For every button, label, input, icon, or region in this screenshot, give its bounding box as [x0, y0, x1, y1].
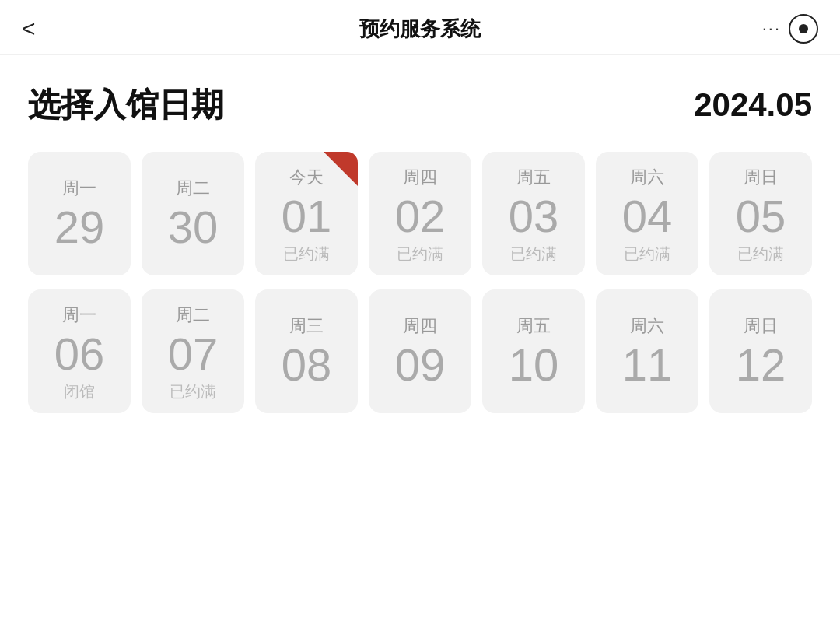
day-number: 07 — [168, 332, 219, 377]
record-button[interactable] — [789, 14, 818, 44]
day-status: 闭馆 — [64, 381, 95, 402]
day-label: 周一 — [62, 177, 96, 200]
record-icon — [799, 24, 808, 33]
day-number: 02 — [395, 194, 446, 239]
day-number: 12 — [736, 342, 786, 388]
page-content: 选择入馆日期 2024.05 周一29周二30今天01已约满周四02已约满周五0… — [0, 55, 840, 455]
day-label: 周一 — [62, 303, 96, 327]
day-number: 06 — [54, 332, 105, 377]
week-week1: 周一29周二30今天01已约满周四02已约满周五03已约满周六04已约满周日05… — [28, 152, 812, 275]
day-card-fri-03[interactable]: 周五03已约满 — [482, 152, 585, 275]
day-card-mon-06[interactable]: 周一06闭馆 — [28, 289, 131, 413]
calendar: 周一29周二30今天01已约满周四02已约满周五03已约满周六04已约满周日05… — [28, 152, 812, 413]
day-label: 周六 — [630, 166, 664, 189]
app-header: < 预约服务系统 ··· — [0, 0, 840, 55]
header-left: < — [22, 17, 36, 40]
day-label: 周日 — [744, 166, 778, 189]
day-card-sun-12[interactable]: 周日12 — [709, 289, 812, 413]
day-card-thu-09[interactable]: 周四09 — [369, 289, 471, 413]
day-number: 30 — [168, 205, 219, 250]
day-label: 周四 — [403, 166, 437, 189]
day-card-wed-08[interactable]: 周三08 — [255, 289, 358, 413]
day-label: 周五 — [516, 166, 551, 189]
day-number: 08 — [282, 342, 332, 388]
day-number: 01 — [282, 194, 332, 239]
day-card-sat-11[interactable]: 周六11 — [596, 289, 698, 413]
day-label: 周二 — [176, 303, 210, 327]
day-card-tue-07[interactable]: 周二07已约满 — [142, 289, 244, 413]
day-card-fri-10[interactable]: 周五10 — [482, 289, 585, 413]
title-row: 选择入馆日期 2024.05 — [28, 83, 812, 127]
day-number: 10 — [509, 342, 559, 388]
day-label: 周四 — [403, 314, 437, 338]
day-number: 04 — [622, 194, 673, 239]
day-card-tue-30[interactable]: 周二30 — [142, 152, 244, 275]
day-card-sat-04[interactable]: 周六04已约满 — [596, 152, 698, 275]
day-number: 11 — [622, 342, 673, 388]
day-status: 已约满 — [283, 244, 330, 265]
month-label: 2024.05 — [694, 86, 812, 124]
day-card-sun-05[interactable]: 周日05已约满 — [709, 152, 812, 275]
week-week2: 周一06闭馆周二07已约满周三08周四09周五10周六11周日12 — [28, 289, 812, 413]
day-card-thu-02[interactable]: 周四02已约满 — [369, 152, 471, 275]
day-label: 今天 — [289, 166, 324, 189]
header-right: ··· — [762, 14, 818, 44]
day-label: 周二 — [176, 177, 210, 200]
page-title: 选择入馆日期 — [28, 83, 224, 127]
day-status: 已约满 — [510, 244, 557, 265]
day-number: 29 — [54, 205, 105, 250]
day-label: 周五 — [516, 314, 551, 338]
day-number: 05 — [736, 194, 786, 239]
day-status: 已约满 — [624, 244, 670, 265]
more-options-button[interactable]: ··· — [762, 19, 781, 39]
day-status: 已约满 — [170, 381, 216, 402]
day-label: 周六 — [630, 314, 664, 338]
day-card-mon-29[interactable]: 周一29 — [28, 152, 131, 275]
day-status: 已约满 — [397, 244, 443, 265]
day-number: 09 — [395, 342, 446, 388]
day-label: 周三 — [289, 314, 324, 338]
back-button[interactable]: < — [22, 17, 36, 40]
day-card-wed-01[interactable]: 今天01已约满 — [255, 152, 358, 275]
header-title: 预约服务系统 — [359, 16, 481, 43]
day-label: 周日 — [744, 314, 778, 338]
day-number: 03 — [509, 194, 559, 239]
day-status: 已约满 — [737, 244, 784, 265]
